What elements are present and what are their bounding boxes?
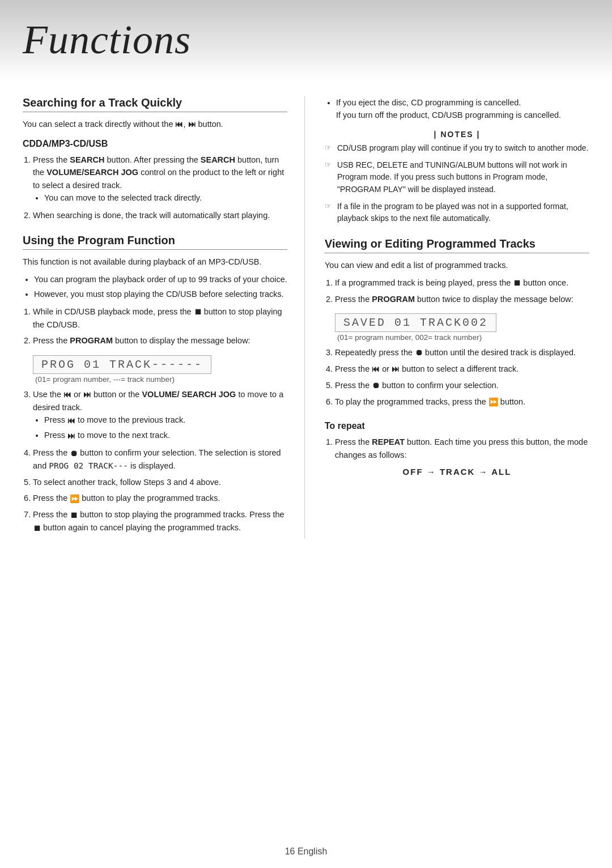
list-item: CD/USB program play will continue if you… <box>325 142 589 155</box>
notes-header: | NOTES | <box>325 130 589 139</box>
list-item: Press the PROGRAM button to display the … <box>33 334 287 347</box>
section1-steps: Press the SEARCH button. After pressing … <box>33 154 287 222</box>
display1-container: PROG 01 TRACK------ (01= program number,… <box>33 352 287 384</box>
notes-list: CD/USB program play will continue if you… <box>325 142 589 225</box>
list-item: Press the SEARCH button. After pressing … <box>33 154 287 205</box>
sub-bullets: Press to move to the previous track. Pre… <box>44 414 287 442</box>
section3-heading: Viewing or Editing Programmed Tracks <box>325 237 589 253</box>
section2-intro: This function is not available during pl… <box>23 256 287 268</box>
section2-bullets: You can program the playback order of up… <box>34 273 287 301</box>
prog-display2: SAVED 01 TRACK002 <box>335 313 496 332</box>
list-item: Press the button to play the programmed … <box>33 492 287 505</box>
section4: To repeat Press the REPEAT button. Each … <box>325 421 589 476</box>
list-item: Repeatedly press the button until the de… <box>335 346 589 359</box>
list-item: Press the button to confirm your selecti… <box>33 446 287 472</box>
list-item: If a file in the program to be played wa… <box>325 201 589 225</box>
prog-display1: PROG 01 TRACK------ <box>33 355 211 374</box>
display2-note: (01= program number, 002= track number) <box>337 333 589 342</box>
list-item: Press the PROGRAM button twice to displa… <box>335 293 589 305</box>
footer-text: 16 English <box>285 846 328 856</box>
list-item: When searching is done, the track will a… <box>33 209 287 222</box>
list-item: If a programmed track is being played, p… <box>335 276 589 290</box>
section3-steps2: Repeatedly press the button until the de… <box>335 346 589 409</box>
list-item: USB REC, DELETE and TUNING/ALBUM buttons… <box>325 159 589 196</box>
header-band: Functions <box>0 0 612 79</box>
list-item: While in CD/USB playback mode, press the… <box>33 305 287 331</box>
sub-bullets: You can move to the selected track direc… <box>44 192 287 204</box>
page: Functions Searching for a Track Quickly … <box>0 0 612 868</box>
repeat-formula: OFF → TRACK → ALL <box>325 467 589 476</box>
section2-steps1: While in CD/USB playback mode, press the… <box>33 305 287 347</box>
list-item: Press the or button to select a differen… <box>335 363 589 376</box>
section2-heading: Using the Program Function <box>23 234 287 250</box>
section4-heading: To repeat <box>325 421 589 431</box>
display2-container: SAVED 01 TRACK002 (01= program number, 0… <box>335 310 589 342</box>
list-item: Press the button to stop playing the pro… <box>33 508 287 534</box>
list-item: To select another track, follow Steps 3 … <box>33 476 287 488</box>
content-area: Searching for a Track Quickly You can se… <box>0 79 612 561</box>
right-column: If you eject the disc, CD programming is… <box>305 96 589 539</box>
cdda-subheading: CDDA/MP3-CD/USB <box>23 139 287 149</box>
list-item: Press to move to the previous track. <box>44 414 287 427</box>
right-top-bullets: If you eject the disc, CD programming is… <box>336 96 589 122</box>
list-item: However, you must stop playing the CD/US… <box>34 288 287 300</box>
list-item: To play the programmed tracks, press the… <box>335 395 589 409</box>
notes-section: | NOTES | CD/USB program play will conti… <box>325 130 589 225</box>
list-item: Press to move to the next track. <box>44 429 287 442</box>
list-item: You can program the playback order of up… <box>34 273 287 286</box>
section4-steps: Press the REPEAT button. Each time you p… <box>335 436 589 461</box>
list-item: You can move to the selected track direc… <box>44 192 287 204</box>
list-item: Press the button to confirm your selecti… <box>335 379 589 392</box>
section1-heading: Searching for a Track Quickly <box>23 96 287 112</box>
left-column: Searching for a Track Quickly You can se… <box>23 96 305 539</box>
section3: Viewing or Editing Programmed Tracks You… <box>325 237 589 409</box>
list-item: Press the REPEAT button. Each time you p… <box>335 436 589 461</box>
section2: Using the Program Function This function… <box>23 234 287 534</box>
list-item: If you eject the disc, CD programming is… <box>336 96 589 122</box>
section2-steps2: Use the or button or the VOLUME/ SEARCH … <box>33 388 287 535</box>
section1-intro: You can select a track directly without … <box>23 118 287 131</box>
list-item: Use the or button or the VOLUME/ SEARCH … <box>33 388 287 442</box>
display1-note: (01= program number, ---= track number) <box>35 375 287 384</box>
page-footer: 16 English <box>0 846 612 857</box>
page-title: Functions <box>23 16 191 63</box>
section3-steps1: If a programmed track is being played, p… <box>335 276 589 305</box>
section3-intro: You can view and edit a list of programm… <box>325 259 589 271</box>
